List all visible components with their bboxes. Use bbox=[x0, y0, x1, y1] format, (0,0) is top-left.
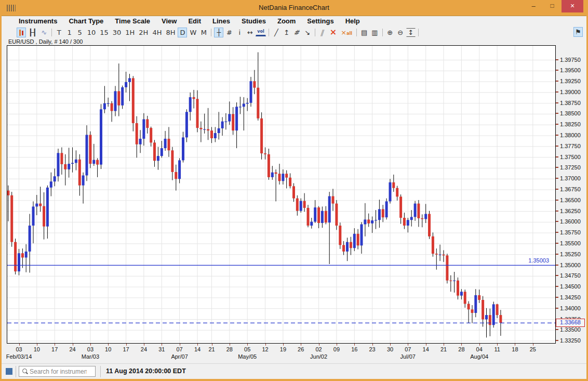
timescale-daily-button[interactable]: D bbox=[178, 28, 187, 37]
menu-item-zoom[interactable]: Zoom bbox=[272, 16, 301, 27]
info-button[interactable]: i bbox=[235, 28, 244, 37]
maximize-button[interactable]: □ bbox=[545, 0, 559, 12]
toolbar-separator bbox=[51, 29, 52, 36]
title-bar[interactable]: NetDania FinanceChart – □ × bbox=[0, 0, 588, 16]
toolbar-buttons: ┠┨∿T151015301H2H4H8HDWM┼#i↔vol╱↥#↘∥××all… bbox=[16, 28, 421, 37]
menu-item-view[interactable]: View bbox=[156, 16, 182, 27]
time-axis-tick bbox=[408, 344, 408, 346]
toolbar-separator bbox=[382, 29, 383, 36]
timescale-8h-button[interactable]: 8H bbox=[164, 28, 177, 37]
timescale-monthly-button[interactable]: M bbox=[199, 28, 208, 37]
print-button[interactable]: ▤ bbox=[359, 28, 369, 37]
time-axis-day-label: 26 bbox=[298, 346, 304, 352]
statusbar-grip[interactable] bbox=[6, 368, 12, 375]
time-axis-day-label: 25 bbox=[530, 346, 536, 352]
chart-type-line-button[interactable]: ∿ bbox=[39, 28, 49, 37]
arrow-line-button[interactable]: ↘ bbox=[303, 28, 312, 37]
candlestick-chart-svg: 1.35003 bbox=[7, 46, 555, 343]
chart-type-bars-button[interactable]: ┠┨ bbox=[27, 28, 38, 37]
price-axis-label: 1.35750 bbox=[556, 229, 581, 236]
timescale-2h-button[interactable]: 2H bbox=[137, 28, 150, 37]
price-axis-label: 1.38000 bbox=[556, 132, 581, 139]
horizontal-scroll-button[interactable]: ↔ bbox=[245, 28, 255, 37]
price-axis-label: 1.38500 bbox=[556, 110, 581, 117]
window-content: InstrumentsChart TypeTime ScaleViewEditL… bbox=[2, 16, 586, 379]
pin-button[interactable]: ⚑ bbox=[573, 27, 583, 37]
menu-item-chart-type[interactable]: Chart Type bbox=[63, 16, 109, 27]
time-axis-day-label: 12 bbox=[262, 346, 268, 352]
zoom-in-button[interactable]: ⊕ bbox=[385, 28, 395, 37]
zoom-out-button[interactable]: ⊖ bbox=[396, 28, 405, 37]
time-axis[interactable]: 0310172403101724310714212805121926020916… bbox=[7, 344, 588, 363]
timescale-weekly-button[interactable]: W bbox=[188, 28, 198, 37]
time-axis-tick bbox=[319, 344, 319, 346]
time-axis-month-label: Jun/02 bbox=[310, 353, 327, 360]
close-button[interactable]: × bbox=[562, 0, 583, 12]
price-axis-label: 1.37000 bbox=[556, 175, 581, 182]
time-axis-tick bbox=[479, 344, 480, 346]
time-axis-tick bbox=[372, 344, 373, 346]
instrument-search-box[interactable] bbox=[19, 366, 96, 377]
menu-item-instruments[interactable]: Instruments bbox=[13, 16, 63, 27]
search-input[interactable] bbox=[29, 367, 88, 376]
price-axis-tick bbox=[556, 329, 558, 330]
volume-button[interactable]: vol bbox=[256, 28, 265, 36]
timescale-5min-button[interactable]: 5 bbox=[75, 28, 85, 37]
delete-button[interactable]: × bbox=[328, 28, 338, 37]
time-axis-day-label: 17 bbox=[123, 346, 129, 352]
time-axis-day-label: 17 bbox=[51, 346, 58, 352]
price-axis[interactable]: 1.397501.395001.392501.390001.387501.385… bbox=[556, 45, 586, 344]
time-axis-tick bbox=[354, 344, 355, 346]
remove-line-button[interactable]: ∥ bbox=[316, 28, 329, 37]
channel-button[interactable]: # bbox=[291, 28, 303, 37]
price-axis-label: 1.36000 bbox=[556, 218, 581, 225]
grid-button[interactable]: # bbox=[224, 28, 234, 37]
toolbar-separator bbox=[418, 29, 419, 36]
time-axis-tick bbox=[426, 344, 426, 346]
time-axis-tick bbox=[497, 344, 498, 346]
print-preview-button[interactable]: ▥ bbox=[370, 28, 379, 37]
time-axis-tick bbox=[515, 344, 515, 346]
time-axis-day-label: 04 bbox=[476, 346, 483, 352]
timescale-1h-button[interactable]: 1H bbox=[124, 28, 136, 37]
price-axis-label: 1.35500 bbox=[556, 240, 581, 247]
time-axis-month-label: May/05 bbox=[238, 353, 257, 360]
time-axis-tick bbox=[230, 344, 230, 346]
delete-all-button[interactable]: ×all bbox=[339, 28, 354, 37]
toolbar-separator bbox=[356, 29, 357, 36]
time-axis-day-label: 05 bbox=[244, 346, 250, 352]
time-axis-tick bbox=[461, 344, 462, 346]
price-axis-tick bbox=[556, 167, 558, 168]
time-axis-day-label: 09 bbox=[333, 346, 340, 352]
chart-type-candlestick-button[interactable] bbox=[17, 28, 26, 37]
vertical-line-button[interactable]: ↥ bbox=[282, 28, 291, 37]
crosshair-button[interactable]: ┼ bbox=[214, 28, 223, 37]
menu-item-studies[interactable]: Studies bbox=[236, 16, 272, 27]
fit-vertical-button[interactable]: ↕ bbox=[406, 28, 416, 37]
time-axis-day-label: 10 bbox=[105, 346, 111, 352]
minimize-button[interactable]: – bbox=[527, 0, 540, 12]
price-axis-tick bbox=[556, 113, 558, 114]
timescale-10min-button[interactable]: 10 bbox=[86, 28, 98, 37]
timescale-1min-button[interactable]: 1 bbox=[65, 28, 74, 37]
time-axis-tick bbox=[212, 344, 212, 346]
menu-item-edit[interactable]: Edit bbox=[182, 16, 207, 27]
price-axis-label: 1.39500 bbox=[556, 67, 581, 74]
price-axis-tick bbox=[556, 221, 558, 222]
time-axis-tick bbox=[19, 344, 20, 346]
chart-plot-area[interactable]: 1.35003 bbox=[7, 45, 556, 344]
menu-item-settings[interactable]: Settings bbox=[301, 16, 339, 27]
timescale-4h-button[interactable]: 4H bbox=[151, 28, 163, 37]
menu-item-time-scale[interactable]: Time Scale bbox=[109, 16, 156, 27]
timescale-15min-button[interactable]: 15 bbox=[98, 28, 110, 37]
trendline-button[interactable]: ╱ bbox=[272, 28, 281, 37]
timescale-tick-button[interactable]: T bbox=[55, 28, 64, 37]
price-axis-tick bbox=[556, 308, 558, 309]
time-axis-month-label: Feb/03/14 bbox=[6, 353, 32, 360]
menu-item-help[interactable]: Help bbox=[340, 16, 366, 27]
price-axis-tick bbox=[556, 146, 558, 147]
timescale-30min-button[interactable]: 30 bbox=[111, 28, 123, 37]
time-axis-tick bbox=[144, 344, 144, 346]
time-axis-day-label: 07 bbox=[176, 346, 182, 352]
menu-item-lines[interactable]: Lines bbox=[207, 16, 236, 27]
